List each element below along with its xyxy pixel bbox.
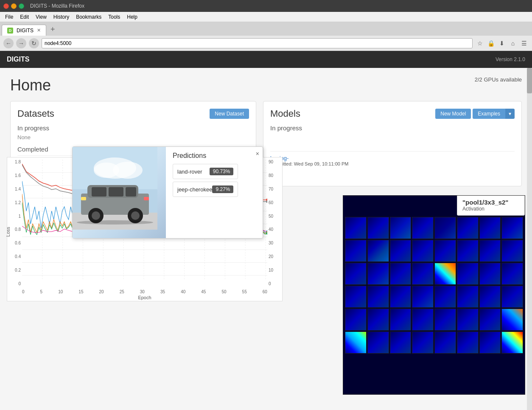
act-cell [345,286,367,308]
menu-history[interactable]: History [50,14,73,20]
chart-x-title: Epoch [138,295,151,300]
forward-button[interactable]: → [16,38,26,48]
act-cell [367,286,389,308]
act-cell [457,331,479,354]
act-cell [457,309,479,331]
act-cell [345,309,367,331]
home-icon[interactable]: ⌂ [508,39,518,48]
act-cell [501,331,523,354]
act-cell [501,309,523,331]
act-cell [390,217,412,239]
act-cell [457,240,479,262]
tab-bar: D DIGITS ✕ + [0,22,532,36]
act-cell [457,217,479,239]
prediction-label-0: land-rover [177,168,202,175]
act-cell [434,331,456,354]
close-traffic-light[interactable] [3,3,9,9]
act-cell [434,309,456,331]
tab-digits[interactable]: D DIGITS ✕ [2,25,46,36]
lock-icon[interactable]: 🔒 [486,39,496,48]
reload-button[interactable]: ↻ [29,38,39,48]
act-cell [390,309,412,331]
act-cell [434,217,456,239]
minimize-traffic-light[interactable] [11,3,17,9]
download-icon[interactable]: ⬇ [497,39,507,48]
act-cell [479,263,501,285]
prediction-label-1: jeep-cherokee [177,186,212,193]
scrollbar[interactable] [527,68,532,410]
act-cell [479,217,501,239]
act-cell [345,331,367,354]
models-in-progress-label: In progress [270,124,515,132]
car-svg [73,147,157,230]
svg-point-38 [92,211,100,220]
prediction-pct-0: 90.73% [210,168,234,175]
tooltip-layer-name: "pool1/3x3_s2" [462,199,519,206]
bookmark-icon[interactable]: ☆ [475,39,484,48]
act-cell [434,286,456,308]
address-input[interactable] [42,38,473,48]
app-header: DIGITS Version 2.1.0 [0,51,532,68]
popup-close-button[interactable]: × [256,150,259,157]
act-cell [390,286,412,308]
svg-rect-36 [126,187,136,197]
page-content: Home 2/2 GPUs available Datasets New Dat… [0,68,532,410]
page-title: Home [10,76,51,94]
act-cell [479,331,501,354]
svg-rect-35 [109,187,123,197]
menu-edit[interactable]: Edit [17,14,32,20]
datasets-panel-title: Datasets [17,108,54,119]
popup-predictions-panel: Predictions land-rover 90.73% jeep-chero… [166,147,245,238]
act-cell [434,240,456,262]
menu-help[interactable]: Help [123,14,141,20]
app-version: Version 2.1.0 [496,56,525,62]
tooltip-sub-label: Activation [462,206,519,212]
model-submitted: Submitted: Wed Sep 09, 10:11:00 PM [270,161,515,166]
act-cell [412,217,434,239]
svg-point-43 [77,220,153,225]
digits-favicon: D [7,28,13,34]
in-progress-label: In progress [17,124,249,132]
act-cell [412,263,434,285]
examples-button[interactable]: Examples [473,109,505,119]
act-cell [367,309,389,331]
svg-rect-34 [92,187,106,197]
new-model-button[interactable]: New Model [435,109,471,119]
traffic-lights [3,3,24,9]
prediction-pct-1: 9.27% [212,185,233,193]
car-image [73,147,166,238]
prediction-row-1: jeep-cherokee 9.27% [173,182,238,197]
act-cell [501,286,523,308]
gpu-status: 2/2 GPUs available [475,76,522,83]
maximize-traffic-light[interactable] [19,3,24,9]
scrollbar-thumb[interactable] [527,68,532,93]
tab-close-button[interactable]: ✕ [37,28,41,33]
page-top: Home 2/2 GPUs available [10,76,522,94]
back-button[interactable]: ← [3,38,14,48]
act-cell [367,263,389,285]
act-cell [412,331,434,354]
new-dataset-button[interactable]: New Dataset [210,109,249,119]
predictions-title: Predictions [173,152,238,160]
browser-titlebar: DIGITS - Mozilla Firefox [0,0,532,12]
menu-bookmarks[interactable]: Bookmarks [73,14,105,20]
tab-label: DIGITS [17,28,34,34]
act-cell [434,263,456,285]
chart-y-left-labels: 1.8 1.6 1.4 1.2 1 0.8 0.6 0.4 0.2 0 [8,157,21,288]
new-tab-button[interactable]: + [46,23,59,36]
prediction-row-0: land-rover 90.73% [173,164,238,179]
datasets-panel-header: Datasets New Dataset [17,108,249,119]
examples-dropdown-arrow[interactable]: ▾ [505,109,515,119]
menu-tools[interactable]: Tools [105,14,123,20]
activation-tooltip: "pool1/3x3_s2" Activation [457,195,525,216]
svg-rect-42 [144,197,149,200]
toolbar-icons: ☆ 🔒 ⬇ ⌂ ☰ [475,39,529,48]
models-panel: Models New Model Examples ▾ In progress … [263,101,522,186]
svg-point-31 [113,162,143,179]
menu-icon[interactable]: ☰ [519,39,529,48]
menu-view[interactable]: View [32,14,50,20]
menu-file[interactable]: File [2,14,17,20]
act-cell [345,217,367,239]
examples-split-button: Examples ▾ [473,109,515,119]
browser-title: DIGITS - Mozilla Firefox [30,3,84,9]
